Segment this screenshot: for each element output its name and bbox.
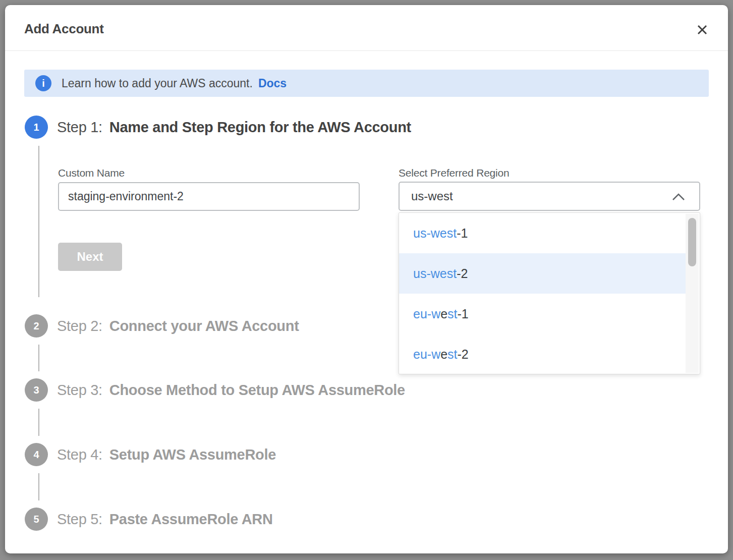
option-text: -2 xyxy=(457,266,468,281)
option-match-text: us-west xyxy=(413,226,457,241)
option-text: e xyxy=(440,307,447,321)
custom-name-input[interactable] xyxy=(58,182,360,211)
modal-title: Add Account xyxy=(24,21,104,37)
chevron-up-icon[interactable] xyxy=(672,193,685,203)
banner-text: Learn how to add your AWS account. xyxy=(62,77,253,90)
close-icon[interactable] xyxy=(696,23,709,36)
step-5-heading: Step 5: Paste AssumeRole ARN xyxy=(57,508,273,531)
step-3-title: Choose Method to Setup AWS AssumeRole xyxy=(109,382,405,399)
info-banner: i Learn how to add your AWS account. Doc… xyxy=(24,70,709,97)
step-5-title: Paste AssumeRole ARN xyxy=(109,511,273,528)
option-match-text: st xyxy=(447,307,457,321)
docs-link[interactable]: Docs xyxy=(258,77,287,90)
step-connector-1 xyxy=(38,146,39,297)
scrollbar-track[interactable] xyxy=(686,214,699,373)
step-4-heading: Step 4: Setup AWS AssumeRole xyxy=(57,443,276,466)
region-option[interactable]: us-west-2 xyxy=(399,253,686,294)
header-divider xyxy=(5,50,728,51)
step-1-heading: Step 1: Name and Step Region for the AWS… xyxy=(57,116,411,139)
option-text: -1 xyxy=(458,307,469,321)
option-match-text: eu-w xyxy=(413,307,440,321)
custom-name-label: Custom Name xyxy=(58,167,125,179)
region-label: Select Preferred Region xyxy=(399,167,510,179)
region-option[interactable]: eu-west-2 xyxy=(399,334,686,374)
scrollbar-thumb[interactable] xyxy=(688,218,696,266)
region-option[interactable]: eu-west-1 xyxy=(399,294,686,334)
step-3-heading: Step 3: Choose Method to Setup AWS Assum… xyxy=(57,378,405,402)
step-1-label: Step 1: xyxy=(57,119,102,136)
option-match-text: us-west xyxy=(413,266,457,281)
region-select-value: us-west xyxy=(411,189,453,203)
step-connector-2 xyxy=(38,345,39,371)
step-connector-3 xyxy=(38,409,39,436)
step-4-title: Setup AWS AssumeRole xyxy=(109,446,276,463)
step-2-badge: 2 xyxy=(25,314,48,338)
step-3-badge: 3 xyxy=(25,378,48,402)
region-select[interactable]: us-west xyxy=(399,182,700,211)
step-5-badge: 5 xyxy=(25,508,48,531)
next-button[interactable]: Next xyxy=(58,243,122,271)
add-account-modal: Add Account i Learn how to add your AWS … xyxy=(5,5,728,553)
step-connector-4 xyxy=(38,473,39,500)
option-match-text: st xyxy=(447,347,457,362)
step-4-badge: 4 xyxy=(25,443,48,466)
step-2-heading: Step 2: Connect your AWS Account xyxy=(57,314,299,338)
step-4-label: Step 4: xyxy=(57,446,102,463)
step-1-title: Name and Step Region for the AWS Account xyxy=(109,119,411,136)
step-5-label: Step 5: xyxy=(57,511,102,528)
step-2-label: Step 2: xyxy=(57,318,102,334)
option-text: e xyxy=(440,347,447,362)
option-text: -1 xyxy=(457,226,468,241)
option-text: -2 xyxy=(458,347,469,362)
step-3-label: Step 3: xyxy=(57,382,102,399)
step-2-title: Connect your AWS Account xyxy=(109,318,299,334)
step-1-badge: 1 xyxy=(25,116,48,139)
option-match-text: eu-w xyxy=(413,347,440,362)
region-option[interactable]: us-west-1 xyxy=(399,213,686,253)
info-icon: i xyxy=(35,75,51,91)
region-listbox: us-west-1us-west-2eu-west-1eu-west-2 xyxy=(399,212,700,374)
